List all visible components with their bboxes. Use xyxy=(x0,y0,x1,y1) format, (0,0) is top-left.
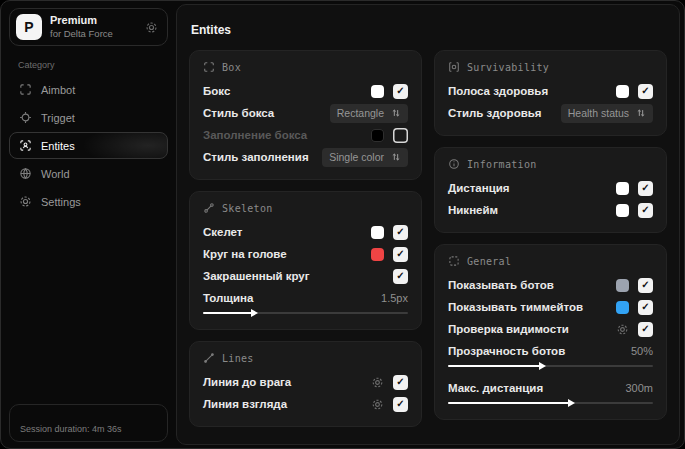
setting-label: Заполнение бокса xyxy=(203,129,307,141)
checkbox[interactable]: ✓ xyxy=(638,203,653,218)
gear-icon[interactable] xyxy=(145,21,158,34)
checkbox[interactable]: ✓ xyxy=(393,84,408,99)
setting-label: Толщина xyxy=(203,292,253,304)
color-swatch[interactable] xyxy=(616,85,629,98)
bot-opacity-slider[interactable] xyxy=(448,361,653,371)
sidebar: P Premium for Delta Force Category Aimbo… xyxy=(1,1,176,448)
checkbox[interactable]: ✓ xyxy=(393,375,408,390)
setting-row: Скелет ✓ xyxy=(203,221,408,243)
bot-opacity-slider-block: Прозрачность ботов 50% xyxy=(448,341,653,371)
checkbox[interactable]: ✓ xyxy=(638,181,653,196)
setting-row: Никнейм ✓ xyxy=(448,199,653,221)
sort-arrows-icon xyxy=(391,152,401,162)
setting-label: Никнейм xyxy=(448,204,498,216)
checkbox[interactable]: ✓ xyxy=(393,128,408,143)
box-brackets-icon xyxy=(203,61,215,73)
category-label: Category xyxy=(18,60,168,70)
setting-row: Дистанция ✓ xyxy=(448,177,653,199)
color-swatch[interactable] xyxy=(616,204,629,217)
setting-row: Линия до врага ✓ xyxy=(203,371,408,393)
card-skeleton-header: Skeleton xyxy=(203,202,408,214)
checkbox[interactable]: ✓ xyxy=(638,322,653,337)
card-header-label: Lines xyxy=(222,353,254,364)
setting-label: Полоса здоровья xyxy=(448,85,548,97)
color-swatch[interactable] xyxy=(371,248,384,261)
app-window: P Premium for Delta Force Category Aimbo… xyxy=(0,0,685,449)
dropdown-value: Rectangle xyxy=(337,107,384,119)
target-brackets-icon xyxy=(448,61,460,73)
checkbox[interactable]: ✓ xyxy=(393,225,408,240)
gear-icon[interactable] xyxy=(371,398,384,411)
health-style-dropdown[interactable]: Health status xyxy=(561,104,653,123)
checkbox[interactable]: ✓ xyxy=(638,300,653,315)
color-swatch[interactable] xyxy=(371,226,384,239)
gear-icon[interactable] xyxy=(616,323,629,336)
checkbox[interactable]: ✓ xyxy=(393,269,408,284)
setting-row: Закрашенный круг ✓ xyxy=(203,265,408,287)
setting-row: Стиль заполнения Single color xyxy=(203,146,408,168)
brand-text: Premium for Delta Force xyxy=(50,14,137,40)
max-distance-slider-block: Макс. дистанция 300m xyxy=(448,378,653,408)
right-column: Survivability Полоса здоровья ✓ Стиль зд… xyxy=(434,50,667,420)
sidebar-item-label: World xyxy=(41,168,70,180)
setting-label: Прозрачность ботов xyxy=(448,345,565,357)
slider-thumb[interactable] xyxy=(251,309,258,317)
color-swatch[interactable] xyxy=(616,182,629,195)
app-logo: P xyxy=(16,14,42,40)
checkbox[interactable]: ✓ xyxy=(638,84,653,99)
slider-thumb[interactable] xyxy=(568,399,575,407)
color-swatch[interactable] xyxy=(616,279,629,292)
info-icon xyxy=(448,158,460,170)
slider-value: 50% xyxy=(631,345,653,357)
sidebar-item-world[interactable]: World xyxy=(9,160,168,187)
checkbox[interactable]: ✓ xyxy=(393,247,408,262)
main-panel: Entites Box Бокс xyxy=(176,4,680,445)
max-distance-slider[interactable] xyxy=(448,398,653,408)
checkbox[interactable]: ✓ xyxy=(638,278,653,293)
card-box-header: Box xyxy=(203,61,408,73)
dropdown-value: Single color xyxy=(329,151,384,163)
sidebar-item-settings[interactable]: Settings xyxy=(9,188,168,215)
left-column: Box Бокс ✓ Стиль бокса Rectangle xyxy=(189,50,422,427)
card-general: General Показывать ботов ✓ Показывать ти… xyxy=(434,244,667,420)
sidebar-item-aimbot[interactable]: Aimbot xyxy=(9,76,168,103)
sidebar-item-label: Entites xyxy=(41,140,75,152)
card-box: Box Бокс ✓ Стиль бокса Rectangle xyxy=(189,50,422,180)
brand-subtitle: for Delta Force xyxy=(50,28,137,40)
setting-label: Закрашенный круг xyxy=(203,270,310,282)
slider-value: 1.5px xyxy=(381,292,408,304)
session-duration-label: Session duration: 4m 36s xyxy=(20,424,122,434)
gear-icon[interactable] xyxy=(371,376,384,389)
entity-scan-icon xyxy=(19,139,32,152)
box-style-dropdown[interactable]: Rectangle xyxy=(330,104,408,123)
dropdown-value: Health status xyxy=(568,107,629,119)
fill-style-dropdown[interactable]: Single color xyxy=(322,148,408,167)
setting-label: Круг на голове xyxy=(203,248,287,260)
color-swatch[interactable] xyxy=(616,301,629,314)
sidebar-item-label: Trigget xyxy=(41,112,75,124)
setting-label: Показывать тиммейтов xyxy=(448,301,583,313)
setting-row: Полоса здоровья ✓ xyxy=(448,80,653,102)
card-skeleton: Skeleton Скелет ✓ Круг на голове ✓ xyxy=(189,191,422,330)
sidebar-item-entites[interactable]: Entites xyxy=(9,132,168,159)
checkbox[interactable]: ✓ xyxy=(393,397,408,412)
color-swatch[interactable] xyxy=(371,129,384,142)
sidebar-item-trigget[interactable]: Trigget xyxy=(9,104,168,131)
slider-value: 300m xyxy=(625,382,653,394)
brand-box: P Premium for Delta Force xyxy=(9,8,168,46)
slider-thumb[interactable] xyxy=(539,362,546,370)
color-swatch[interactable] xyxy=(371,85,384,98)
card-header-label: Survivability xyxy=(467,62,549,73)
setting-label: Стиль заполнения xyxy=(203,151,309,163)
sort-arrows-icon xyxy=(391,108,401,118)
gear-icon xyxy=(19,195,32,208)
card-header-label: General xyxy=(467,256,511,267)
setting-label: Показывать ботов xyxy=(448,279,554,291)
thickness-slider[interactable] xyxy=(203,308,408,318)
setting-label: Скелет xyxy=(203,226,243,238)
setting-label: Стиль здоровья xyxy=(448,107,542,119)
card-columns: Box Бокс ✓ Стиль бокса Rectangle xyxy=(189,50,667,427)
setting-label: Бокс xyxy=(203,85,230,97)
sidebar-item-label: Aimbot xyxy=(41,84,75,96)
page-title: Entites xyxy=(191,23,667,37)
